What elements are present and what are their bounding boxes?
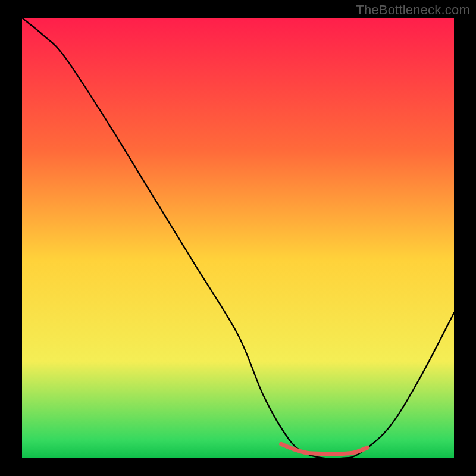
- bottleneck-chart: [22, 18, 454, 458]
- chart-frame: TheBottleneck.com: [0, 0, 476, 476]
- gradient-background: [22, 18, 454, 458]
- plot-area: [22, 18, 454, 458]
- watermark-text: TheBottleneck.com: [356, 2, 470, 18]
